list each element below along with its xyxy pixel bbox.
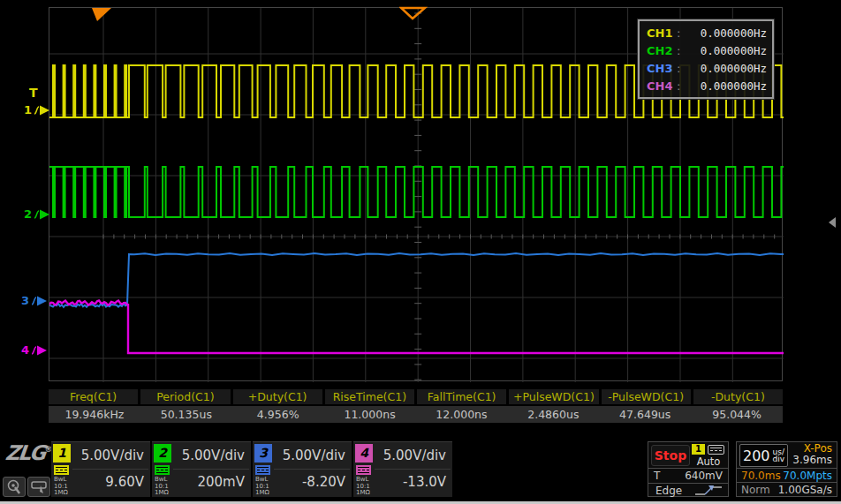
channel1-position-marker[interactable]: 1 — [24, 104, 50, 117]
measurement-col-period[interactable]: Period(C1) — [140, 389, 230, 404]
sample-rate-row: Norm 1.00GSa/s — [737, 483, 837, 496]
measurement-value-npulsewd: 47.649us — [599, 406, 691, 423]
channel3-position-marker[interactable]: 3 — [21, 295, 48, 307]
trigger-mode[interactable]: Auto — [692, 455, 725, 468]
touch-gesture-button[interactable] — [3, 477, 26, 497]
channel3-probe-info: BwL10:11MΩ — [255, 477, 269, 497]
acquisition-row: 70.0ms 70.0Mpts — [737, 469, 837, 483]
channel4-marker-label: 4 — [21, 344, 29, 357]
measurement-col-npulsewd[interactable]: -PulseWD(C1) — [602, 389, 691, 404]
trigger-source[interactable]: 1 — [692, 444, 724, 455]
channel4-position-marker[interactable]: 4 — [21, 344, 48, 357]
freq-row-ch2: CH2 : 0.000000Hz — [647, 41, 767, 59]
channel3-coupling-icon — [255, 465, 270, 475]
trigger-level-value: 640mV — [685, 470, 723, 482]
measurement-value-nduty: 95.044% — [691, 406, 783, 423]
trigger-level-label: T — [654, 470, 660, 482]
trigger-type-row[interactable]: Edge — [648, 484, 728, 497]
measurement-value-pduty: 4.956% — [232, 406, 324, 423]
stop-button[interactable]: Stop — [651, 445, 690, 466]
channel2-settings-block[interactable]: 2 BwL10:11MΩ 5.00V/div 200mV — [152, 441, 251, 497]
acq-mode: Norm — [741, 484, 770, 496]
channel2-scale: 5.00V/div — [182, 448, 245, 463]
measurement-col-risetime[interactable]: RiseTime(C1) — [325, 389, 414, 404]
xpos-value: 3.96ms — [792, 455, 832, 466]
divider — [72, 469, 148, 470]
measurement-col-pduty[interactable]: +Duty(C1) — [233, 389, 322, 404]
channel2-probe-info: BwL10:11MΩ — [155, 477, 169, 497]
hand-tap-icon — [31, 480, 48, 494]
channel-marker-arrow-icon — [33, 208, 50, 221]
channel1-coupling-icon — [54, 465, 69, 475]
measurement-value-freq: 19.946kHz — [49, 406, 140, 423]
measurement-values-row: 19.946kHz 50.135us 4.956% 11.000ns 12.00… — [49, 406, 783, 423]
measurement-col-nduty[interactable]: -Duty(C1) — [693, 389, 783, 404]
measurement-col-ppulsewd[interactable]: +PulseWD(C1) — [509, 389, 598, 404]
channel1-scale: 5.00V/div — [81, 448, 144, 463]
measurement-strip: Freq(C1) Period(C1) +Duty(C1) RiseTime(C… — [49, 389, 783, 423]
divider — [173, 469, 249, 470]
trigger-level-row[interactable]: T 640mV — [648, 469, 728, 484]
channel-marker-arrow-icon — [33, 104, 50, 117]
timebase-unit: us/div — [773, 448, 785, 463]
trigger-status-block[interactable]: Stop 1 Auto T 640mV Edge — [648, 441, 729, 497]
channel3-scale: 5.00V/div — [283, 448, 345, 463]
channel4-settings-block[interactable]: 4 BwL10:11MΩ 5.00V/div -13.0V — [353, 441, 452, 497]
channel-marker-arrow-icon — [30, 295, 48, 307]
timebase-scale-value: 200 — [743, 448, 770, 464]
divider — [274, 469, 350, 470]
freq-row-ch4: CH4 : 0.000000Hz — [647, 77, 767, 94]
timebase-scale-box[interactable]: 200 us/div — [739, 444, 788, 467]
oscilloscope-screen: T 1 2 3 4 CH1 : 0.000000Hz — [0, 0, 841, 504]
channel3-marker-label: 3 — [21, 295, 29, 307]
trigger-coupling-icon — [708, 445, 724, 455]
xpos-readout[interactable]: X-Pos 3.96ms — [792, 443, 832, 466]
freq-row-ch1: CH1 : 0.000000Hz — [647, 24, 767, 41]
freq-ch2-value: 0.000000Hz — [686, 44, 767, 57]
touch-icon — [6, 479, 22, 494]
trigger-row-run-state: Stop 1 Auto — [648, 442, 728, 469]
side-menu-handle-icon[interactable] — [829, 217, 836, 228]
channel2-coupling-icon — [155, 465, 170, 475]
freq-ch4-value: 0.000000Hz — [686, 79, 767, 93]
channel1-settings-block[interactable]: 1 BwL10:11MΩ 5.00V/div 9.60V — [51, 441, 150, 497]
measurement-col-freq[interactable]: Freq(C1) — [49, 389, 138, 404]
channel4-offset: -13.0V — [403, 474, 446, 490]
tap-button[interactable] — [27, 477, 50, 497]
freq-ch3-value: 0.000000Hz — [686, 62, 767, 75]
freq-ch4-label: CH4 — [647, 79, 677, 93]
channel3-badge: 3 — [254, 444, 272, 463]
measurement-value-period: 50.135us — [140, 406, 232, 423]
channel3-settings-block[interactable]: 3 BwL10:11MΩ 5.00V/div -8.20V — [253, 441, 352, 497]
measurement-col-falltime[interactable]: FallTime(C1) — [417, 389, 506, 404]
channel1-marker-label: 1 — [24, 104, 32, 117]
timebase-block[interactable]: 200 us/div X-Pos 3.96ms 70.0ms 70.0Mpts … — [736, 441, 837, 497]
freq-ch1-value: 0.000000Hz — [686, 26, 767, 40]
channel4-badge: 4 — [355, 444, 373, 463]
frequency-counter-panel: CH1 : 0.000000Hz CH2 : 0.000000Hz CH3 : … — [638, 19, 774, 99]
measurement-value-risetime: 11.000ns — [324, 406, 416, 423]
channel2-position-marker[interactable]: 2 — [24, 208, 50, 221]
measurement-labels-row: Freq(C1) Period(C1) +Duty(C1) RiseTime(C… — [49, 389, 783, 404]
freq-colon: : — [677, 26, 686, 40]
freq-row-ch3: CH3 : 0.000000Hz — [647, 59, 767, 77]
timebase-row1: 200 us/div X-Pos 3.96ms — [737, 442, 837, 469]
freq-colon: : — [677, 44, 686, 57]
measurement-value-falltime: 12.000ns — [416, 406, 508, 423]
trigger-type-label: Edge — [655, 485, 682, 497]
trigger-position-marker-icon[interactable] — [91, 7, 112, 22]
trigger-level-marker[interactable]: T — [29, 86, 38, 100]
freq-colon: : — [677, 62, 686, 75]
freq-ch1-label: CH1 — [647, 26, 677, 40]
capture-time: 70.0ms — [741, 470, 781, 482]
channel2-badge: 2 — [154, 444, 171, 463]
channel1-badge: 1 — [53, 444, 71, 463]
bottom-status-bar: ZLG® 1 BwL10:11MΩ 5.00V/div 9.60V — [0, 439, 841, 501]
channel4-scale: 5.00V/div — [383, 448, 446, 463]
freq-colon: : — [677, 79, 686, 93]
channel4-probe-info: BwL10:11MΩ — [356, 477, 370, 497]
measurement-value-ppulsewd: 2.4860us — [507, 406, 599, 423]
rising-edge-icon — [693, 485, 724, 496]
trigger-time-marker-icon[interactable] — [399, 6, 428, 20]
channel3-offset: -8.20V — [302, 474, 345, 490]
